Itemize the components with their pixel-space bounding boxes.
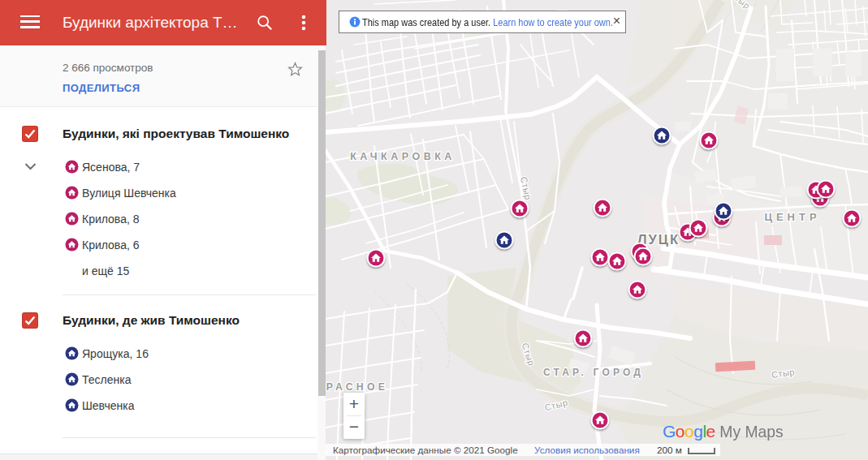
svg-text:СТАР. ГОРОД: СТАР. ГОРОД bbox=[543, 367, 644, 378]
svg-text:КРАСНОЕ: КРАСНОЕ bbox=[326, 381, 388, 393]
svg-text:ЦЕНТР: ЦЕНТР bbox=[764, 211, 820, 223]
svg-text:КАЧКАРОВКА: КАЧКАРОВКА bbox=[350, 151, 456, 162]
